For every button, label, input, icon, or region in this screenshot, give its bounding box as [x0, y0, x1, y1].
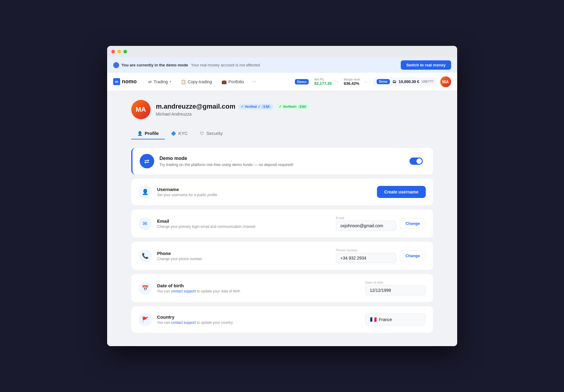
email-input-label: Email: [336, 216, 396, 220]
switch-to-real-button[interactable]: Switch to real money: [401, 60, 451, 70]
username-title: Username: [157, 187, 371, 192]
verified-plus-text: Verified+: [283, 105, 297, 108]
dob-desc-suffix: to update your date of birth: [197, 289, 240, 293]
kyc-tab-label: KYC: [178, 131, 188, 136]
logo-icon: m: [113, 78, 120, 85]
maximize-button[interactable]: [123, 50, 127, 53]
dob-input-label: Date of birth: [365, 281, 426, 284]
country-right: 🇫🇷 France: [365, 314, 426, 326]
nav-net-pl[interactable]: Net P/L $2,177.35: [312, 77, 334, 87]
country-display: 🇫🇷 France: [365, 314, 426, 326]
dob-section: 📅 Date of birth You can contact support …: [131, 274, 433, 302]
kyc-tab-icon: 🔷: [171, 131, 176, 136]
security-tab-icon: 🛡: [200, 131, 204, 136]
demo-mode-card: ⇄ Demo mode Try trading on the platform …: [131, 148, 433, 174]
balance-value: 10,000.30 €: [399, 79, 419, 84]
demo-mode-toggle[interactable]: [409, 158, 423, 165]
username-section: 👤 Username Set your username for a publi…: [131, 179, 433, 205]
phone-input-group: Phone number +34 932 2934: [336, 248, 396, 263]
nav-portfolio[interactable]: 💼 Portfolio: [217, 77, 248, 87]
dob-right: Date of birth 12/12/1999: [365, 281, 426, 295]
country-desc-text: You can: [157, 320, 170, 325]
country-icon: 🚩: [139, 313, 152, 326]
titlebar: [107, 46, 457, 57]
phone-icon: 📞: [139, 249, 152, 263]
dob-icon: 📅: [139, 282, 152, 295]
profile-header: MA m.andreuzze@gmail.com ✓ Verified ✓ 1 …: [131, 100, 433, 119]
dob-value-display: 12/12/1999: [365, 285, 426, 295]
user-avatar[interactable]: MA: [440, 76, 451, 87]
phone-input-label: Phone number: [336, 248, 396, 252]
dob-contact-support-link[interactable]: contact support: [171, 289, 196, 293]
dob-content: Date of birth You can contact support to…: [157, 283, 360, 293]
nav-copy-trading[interactable]: 📋 Copy-trading: [177, 77, 216, 87]
tab-profile[interactable]: 👤 Profile: [131, 128, 165, 139]
email-right: Email oxjohnson@gmail.com Change: [336, 216, 426, 231]
close-button[interactable]: [111, 50, 115, 53]
verified-plus-icon: ✓: [279, 105, 282, 109]
username-icon: 👤: [139, 185, 152, 199]
dob-input-group: Date of birth 12/12/1999: [365, 281, 426, 295]
demo-banner-main-text: You are currently in the demo mode: [122, 63, 188, 67]
nav-divider: [370, 77, 370, 86]
nav-trading[interactable]: ⇄ Trading ▾: [144, 77, 175, 87]
balance-demo-badge: Demo: [377, 79, 390, 84]
verified-plus-level: 2 lvl: [298, 105, 307, 109]
margin-label: Margin level: [344, 78, 360, 81]
email-title: Email: [157, 218, 330, 224]
main-content: MA m.andreuzze@gmail.com ✓ Verified ✓ 1 …: [107, 91, 457, 346]
phone-change-button[interactable]: Change: [400, 250, 426, 261]
verified-plus-badge: ✓ Verified+ 2 lvl: [276, 104, 310, 110]
demo-banner-main: You are currently in the demo mode Your …: [122, 63, 260, 67]
nav-more-button[interactable]: ···: [250, 76, 259, 87]
country-contact-support-link[interactable]: contact support: [171, 320, 196, 325]
net-pl-chevron-icon: ›: [337, 80, 338, 84]
logo[interactable]: m nomo: [113, 78, 137, 85]
phone-content: Phone Change your phone number: [157, 251, 330, 261]
balance-extra: USE???: [422, 80, 434, 83]
email-input-group: Email oxjohnson@gmail.com: [336, 216, 396, 231]
profile-info: m.andreuzze@gmail.com ✓ Verified ✓ 1 lvl…: [156, 103, 310, 116]
tab-kyc[interactable]: 🔷 KYC: [165, 128, 194, 139]
country-desc: You can contact support to update your c…: [157, 320, 360, 325]
demo-mode-text: Demo mode Try trading on the platform ri…: [160, 156, 404, 167]
verified-text: Verified ✓: [245, 105, 260, 109]
profile-email-row: m.andreuzze@gmail.com ✓ Verified ✓ 1 lvl…: [156, 103, 310, 110]
demo-mode-title: Demo mode: [160, 156, 404, 161]
email-change-button[interactable]: Change: [400, 218, 426, 229]
phone-title: Phone: [157, 251, 330, 256]
demo-mode-icon: ⇄: [140, 154, 154, 168]
email-value-display: oxjohnson@gmail.com: [336, 221, 396, 231]
navbar: m nomo ⇄ Trading ▾ 📋 Copy-trading 💼 Port…: [107, 73, 457, 91]
net-pl-label: Net P/L: [314, 78, 324, 81]
country-content: Country You can contact support to updat…: [157, 314, 360, 325]
net-pl-value: $2,177.35: [314, 81, 332, 86]
phone-right: Phone number +34 932 2934 Change: [336, 248, 426, 263]
nav-margin-level[interactable]: Margin level 636.42%: [341, 77, 362, 87]
country-desc-suffix: to update your country: [197, 320, 233, 325]
demo-banner: 💱 You are currently in the demo mode You…: [107, 57, 457, 73]
demo-mode-inner: ⇄ Demo mode Try trading on the platform …: [132, 148, 433, 174]
margin-chevron-icon: ›: [365, 80, 367, 84]
profile-avatar: MA: [131, 100, 151, 119]
email-icon: ✉: [139, 217, 152, 230]
username-right: Create username: [377, 186, 426, 198]
dob-desc-text: You can: [157, 289, 170, 293]
profile-tabs: 👤 Profile 🔷 KYC 🛡 Security: [131, 128, 433, 139]
create-username-button[interactable]: Create username: [377, 186, 426, 198]
logo-text: nomo: [122, 78, 137, 85]
nav-balance[interactable]: Demo 🗂 10,000.30 € USE???: [373, 77, 437, 86]
country-section: 🚩 Country You can contact support to upd…: [131, 306, 433, 333]
tab-security[interactable]: 🛡 Security: [194, 128, 229, 139]
nav-right: Demo Net P/L $2,177.35 › Margin level 63…: [295, 76, 451, 87]
app-window: 💱 You are currently in the demo mode You…: [107, 46, 457, 346]
phone-desc: Change your phone number: [157, 257, 330, 261]
email-desc: Change your primary login email and comm…: [157, 225, 330, 229]
minimize-button[interactable]: [117, 50, 121, 53]
username-desc: Set your username for a public profile: [157, 193, 371, 197]
verified-badge: ✓ Verified ✓ 1 lvl: [238, 104, 273, 110]
email-section: ✉ Email Change your primary login email …: [131, 209, 433, 237]
trading-chevron-icon: ▾: [170, 80, 171, 83]
demo-mode-toggle-wrap[interactable]: [409, 158, 426, 165]
trading-icon: ⇄: [148, 79, 152, 84]
